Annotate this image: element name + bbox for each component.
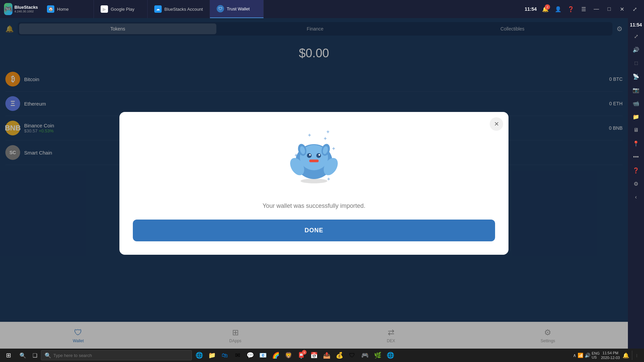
taskbar-security[interactable]: 🛡 (346, 349, 358, 361)
svg-point-4 (309, 154, 311, 156)
sys-time[interactable]: 11:54 PM 2020-12-03 (601, 351, 620, 360)
success-modal: ✕ ✦ ✦ ✦ ✦ ✦ ✦ ✦ (119, 112, 508, 255)
taskbar-badge-red[interactable]: 📮3 (295, 349, 307, 361)
search-icon: 🔍 (45, 352, 51, 359)
taskbar-explorer[interactable]: 📁 (206, 349, 218, 361)
sidebar-expand-btn[interactable]: ⤢ (630, 30, 642, 42)
sidebar-more-btn[interactable]: ••• (630, 151, 642, 163)
sidebar-screenshot-btn[interactable]: 📷 (630, 84, 642, 96)
modal-overlay: ✕ ✦ ✦ ✦ ✦ ✦ ✦ ✦ (0, 18, 628, 349)
sidebar-location-btn[interactable]: 📍 (630, 137, 642, 149)
help-button[interactable]: ❓ (566, 4, 576, 14)
taskbar-green[interactable]: 🌿 (372, 349, 384, 361)
google-play-tab-icon: ▶ (101, 5, 108, 13)
modal-message: Your wallet was successfully imported. (263, 202, 365, 209)
sys-sound-icon[interactable]: 🔊 (585, 353, 590, 358)
taskbar-bluestacks[interactable]: 🎮 (359, 349, 371, 361)
sidebar-volume-btn[interactable]: 🔊 (630, 44, 642, 56)
sidebar-record-btn[interactable]: 📹 (630, 97, 642, 109)
svg-point-13 (301, 179, 327, 183)
trust-wallet-tab-icon: 🛡 (217, 5, 224, 12)
sidebar-gear-btn[interactable]: ⚙ (630, 178, 642, 190)
sidebar-folder-btn[interactable]: 📁 (630, 111, 642, 123)
sys-network-icon[interactable]: 📶 (578, 353, 583, 358)
account-button[interactable]: 👤 (553, 4, 564, 14)
windows-taskbar: ⊞ 🔍 ❑ 🔍 🌐 📁 🛍 ✉ 💬 📧 🌈 🦁 📮3 📅 📤 💰 🛡 🎮 🌿 🌐… (0, 349, 644, 362)
bluestacks-account-tab-icon: ☁ (154, 5, 162, 13)
taskbar-discord[interactable]: 💬 (244, 349, 256, 361)
maximize-button[interactable]: □ (604, 4, 614, 14)
minimize-button[interactable]: — (591, 4, 602, 14)
tab-google-play[interactable]: ▶ Google Play (94, 0, 148, 18)
search-input[interactable] (53, 353, 188, 358)
taskbar-net[interactable]: 🌐 (384, 349, 396, 361)
taskview-button[interactable]: ❑ (29, 349, 41, 361)
bluestacks-icon: 🎮 (4, 3, 12, 15)
svg-point-5 (319, 154, 320, 156)
expand-button[interactable]: ⤢ (629, 4, 640, 14)
notification-button[interactable]: 🔔 2 (540, 4, 551, 14)
close-button[interactable]: ✕ (616, 4, 627, 14)
taskbar-filezilla[interactable]: 📤 (321, 349, 333, 361)
titlebar: 🎮 BlueStacks 4.240.30.1002 🏠 Home ▶ Goog… (0, 0, 644, 18)
svg-point-2 (307, 153, 312, 158)
taskbar-system: ∧ 📶 🔊 ENGUS 11:54 PM 2020-12-03 🔔 | (570, 351, 644, 360)
sys-expand-icon[interactable]: ∧ (573, 353, 576, 358)
trust-wallet-mascot (287, 131, 341, 186)
taskbar-outlook[interactable]: 📅 (308, 349, 320, 361)
taskbar-edge[interactable]: 🌐 (193, 349, 205, 361)
taskbar-crypto[interactable]: 💰 (333, 349, 345, 361)
start-button[interactable]: ⊞ (0, 349, 17, 362)
taskbar-chrome[interactable]: 🌈 (270, 349, 282, 361)
search-bar[interactable]: 🔍 (41, 350, 192, 360)
tab-home[interactable]: 🏠 Home (40, 0, 94, 18)
tab-trust-wallet[interactable]: 🛡 Trust Wallet (210, 0, 264, 18)
notification-badge: 2 (545, 4, 550, 10)
right-sidebar: 11:54 ⤢ 🔊 ⬚ 📡 📷 📹 📁 🖥 📍 ••• ❓ ⚙ ‹ (628, 18, 644, 349)
taskbar-mail[interactable]: ✉ (231, 349, 244, 361)
sidebar-time: 11:54 (629, 21, 643, 29)
svg-point-3 (316, 153, 321, 158)
taskbar-apps: 🌐 📁 🛍 ✉ 💬 📧 🌈 🦁 📮3 📅 📤 💰 🛡 🎮 🌿 🌐 (192, 349, 570, 361)
app-area: 🔔 Tokens Finance Collectibles ⚙ $0.00 ₿ (0, 18, 644, 349)
mascot-svg (287, 131, 341, 185)
taskbar-app-red[interactable]: 📧 (257, 349, 269, 361)
menu-button[interactable]: ☰ (578, 4, 589, 14)
cortana-button[interactable]: 🔍 (17, 349, 29, 361)
window-controls: 11:54 🔔 2 👤 ❓ ☰ — □ ✕ ⤢ (519, 4, 644, 14)
done-button[interactable]: DONE (133, 220, 495, 241)
tab-bluestacks-account[interactable]: ☁ BlueStacks Account (148, 0, 210, 18)
taskbar-brave[interactable]: 🦁 (282, 349, 294, 361)
home-tab-icon: 🏠 (47, 5, 54, 13)
wallet-app: 🔔 Tokens Finance Collectibles ⚙ $0.00 ₿ (0, 18, 628, 349)
show-desktop-icon[interactable]: | (632, 351, 641, 360)
mascot-container: ✦ ✦ ✦ ✦ ✦ ✦ ✦ (280, 125, 347, 192)
sidebar-dashed-btn[interactable]: ⬚ (630, 57, 642, 69)
action-center-icon[interactable]: 🔔 (621, 351, 631, 360)
bluestacks-name-version: BlueStacks 4.240.30.1002 (14, 5, 38, 13)
time-display: 11:54 (523, 5, 538, 13)
bluestacks-logo: 🎮 BlueStacks 4.240.30.1002 (0, 3, 40, 15)
sys-input-icon[interactable]: ENGUS (592, 351, 600, 359)
svg-rect-6 (309, 160, 319, 162)
sidebar-back-btn[interactable]: ‹ (630, 191, 642, 203)
sidebar-cast-btn[interactable]: 📡 (630, 70, 642, 82)
modal-close-button[interactable]: ✕ (490, 117, 503, 131)
sidebar-screen-btn[interactable]: 🖥 (630, 124, 642, 136)
tabs-bar: 🏠 Home ▶ Google Play ☁ BlueStacks Accoun… (40, 0, 519, 18)
taskbar-store[interactable]: 🛍 (219, 349, 231, 361)
sidebar-help-btn[interactable]: ❓ (630, 164, 642, 176)
